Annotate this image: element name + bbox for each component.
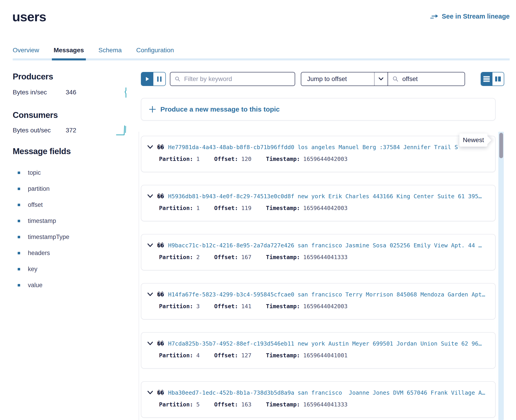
list-view-button[interactable] [481,72,493,86]
message-header[interactable]: �� H9bacc71c-b12c-4216-8e95-2a7da727e426… [147,241,488,250]
offset-input[interactable] [402,75,464,83]
search-icon [175,76,180,82]
bytes-out-label: Bytes out/sec [13,127,51,134]
consumers-sparkline [116,124,129,136]
message-meta: Partition:5 Offset:163 Timestamp:1659644… [159,401,488,408]
message-header[interactable]: �� H14fa67fe-5823-4299-b3c4-595845cfcae0… [147,290,488,299]
partition-label: Partition: [159,401,193,408]
list-view-icon [483,76,490,82]
message-field-item-headers[interactable]: headers [13,245,69,261]
tab-label: Overview [13,47,39,54]
message-meta: Partition:1 Offset:119 Timestamp:1659644… [159,205,488,211]
chevron-down-icon[interactable] [147,390,153,395]
message-field-item-offset[interactable]: offset [13,197,69,213]
keyword-filter [170,72,295,86]
message-field-item-topic[interactable]: topic [13,165,69,181]
message-preview: He77981da-4a43-48ab-b8f8-cb71b96ffdd0 lo… [168,144,488,150]
tab-configuration[interactable]: Configuration [136,47,174,57]
jump-to-offset-group: Jump to offset [301,72,465,86]
column-view-icon [495,76,501,82]
message-header[interactable]: �� H5936db81-b943-4e0f-8c29-74513e0c0d8f… [147,192,488,201]
offset-value: 120 [241,156,251,162]
play-button[interactable] [141,72,153,86]
timestamp-value: 1659644042003 [303,156,348,162]
tab-label: Configuration [136,47,174,54]
bullet-icon [18,220,20,222]
partition-value: 1 [196,205,200,211]
bullet-icon [18,268,20,270]
pause-icon [157,76,159,82]
chevron-down-icon[interactable] [147,292,153,297]
message-header[interactable]: �� Hba30eed7-1edc-452b-8b1a-738d3b5d8a9a… [147,388,488,397]
offset-label: Offset: [214,401,238,408]
offset-label: Offset: [214,303,238,310]
column-view-button[interactable] [493,72,504,86]
message-card: �� H14fa67fe-5823-4299-b3c4-595845cfcae0… [141,283,496,320]
partition-label: Partition: [159,205,193,211]
filter-input[interactable] [184,75,290,83]
tab-schema[interactable]: Schema [99,47,122,57]
producers-sparkline [124,87,128,98]
chevron-down-icon[interactable] [147,194,153,199]
stream-lineage-link[interactable]: See in Stream lineage [430,13,510,20]
bullet-icon [18,204,20,206]
offset-label: Offset: [214,352,238,359]
tabs: OverviewMessagesSchemaConfiguration [13,47,174,57]
message-preview: H9bacc71c-b12c-4216-8e95-2a7da727e426 sa… [168,242,488,249]
consumers-metric: Bytes out/sec 372 [13,127,119,134]
play-icon [146,77,149,81]
message-card: �� H5936db81-b943-4e0f-8c29-74513e0c0d8f… [141,185,496,221]
message-meta: Partition:2 Offset:167 Timestamp:1659644… [159,254,488,261]
message-card: �� H9bacc71c-b12c-4216-8e95-2a7da727e426… [141,234,496,270]
bytes-in-value: 346 [66,89,76,96]
timestamp-label: Timestamp: [266,156,300,162]
message-header[interactable]: �� He77981da-4a43-48ab-b8f8-cb71b96ffdd0… [147,142,488,152]
message-field-item-key[interactable]: key [13,261,69,277]
chevron-down-icon[interactable] [147,145,153,150]
message-meta: Partition:3 Offset:141 Timestamp:1659644… [159,303,488,310]
message-fields-list: topic partition offset timestamp timesta… [13,165,69,293]
offset-label: Offset: [214,254,238,261]
bullet-icon [18,172,20,174]
message-preview: H7cda825b-35b7-4952-88ef-c193d546eb11 ne… [168,340,488,347]
producers-heading: Producers [13,72,53,82]
message-card: �� He77981da-4a43-48ab-b8f8-cb71b96ffdd0… [141,136,496,172]
jump-to-offset-select[interactable]: Jump to offset [301,72,374,86]
message-key-glyphs: �� [157,390,164,396]
search-icon [393,76,398,82]
page-title: users [12,9,46,24]
produce-message-button[interactable]: Produce a new message to this topic [141,98,496,121]
tab-messages[interactable]: Messages [54,47,84,57]
topic-messages-page: users See in Stream lineage OverviewMess… [0,0,516,420]
chevron-down-icon[interactable] [147,341,153,346]
message-header[interactable]: �� H7cda825b-35b7-4952-88ef-c193d546eb11… [147,339,488,348]
bullet-icon [18,252,20,254]
message-card: �� Hba30eed7-1edc-452b-8b1a-738d3b5d8a9a… [141,381,496,418]
bytes-in-label: Bytes in/sec [13,89,47,96]
message-field-item-timestamp[interactable]: timestamp [13,213,69,229]
view-toggle [481,72,504,86]
partition-value: 2 [196,254,200,261]
pause-button[interactable] [153,72,165,86]
message-field-item-partition[interactable]: partition [13,181,69,197]
message-meta: Partition:1 Offset:120 Timestamp:1659644… [159,156,488,162]
timestamp-value: 1659644041001 [303,352,348,359]
timestamp-label: Timestamp: [266,205,300,211]
select-chevron-button[interactable] [374,72,388,86]
chevron-down-icon[interactable] [147,243,153,248]
tab-overview[interactable]: Overview [13,47,39,57]
partition-label: Partition: [159,303,193,310]
scrollbar-thumb[interactable] [499,133,503,158]
offset-value: 119 [241,205,251,211]
message-fields-heading: Message fields [13,147,71,156]
message-field-item-value[interactable]: value [13,277,69,293]
partition-value: 3 [196,303,200,310]
message-preview: H14fa67fe-5823-4299-b3c4-595845cfcae0 sa… [168,291,488,298]
message-key-glyphs: �� [157,193,164,200]
scrollbar-track[interactable] [498,132,504,420]
consumers-heading: Consumers [13,110,58,120]
message-field-item-timestampType[interactable]: timestampType [13,229,69,245]
timestamp-value: 1659644042003 [303,205,348,211]
offset-label: Offset: [214,156,238,162]
offset-value: 141 [241,303,251,310]
